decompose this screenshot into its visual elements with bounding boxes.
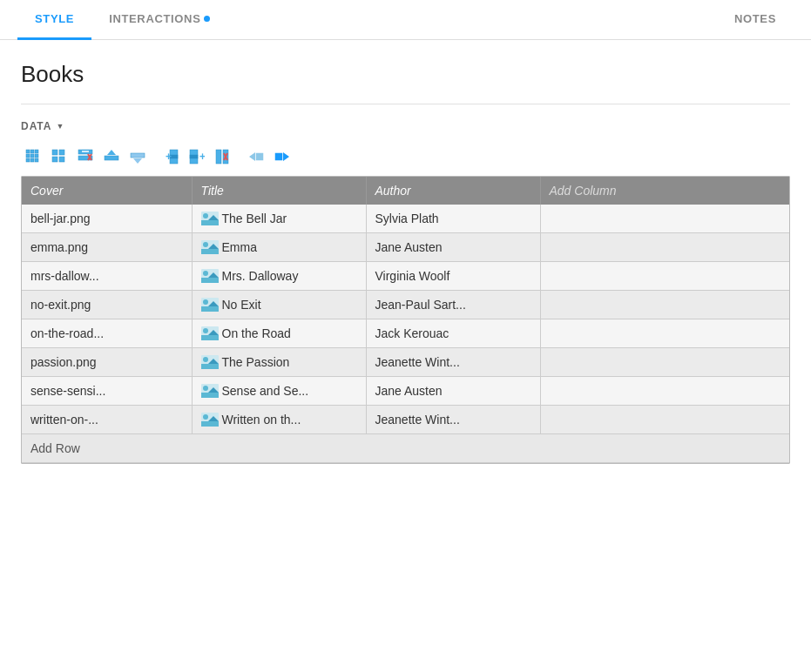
svg-rect-41 (201, 249, 219, 254)
table-row[interactable]: sense-sensi... Sense and Se...Jane Auste… (22, 377, 789, 406)
svg-rect-5 (35, 154, 38, 158)
add-row-button[interactable]: Add Row (22, 434, 789, 463)
cell-add-column (540, 348, 789, 377)
delete-cols-icon (215, 149, 231, 165)
image-icon (201, 240, 219, 254)
table-row[interactable]: written-on-... Written on th...Jeanette … (22, 406, 789, 434)
image-icon (201, 384, 219, 398)
cell-author: Jean-Paul Sart... (366, 291, 540, 319)
svg-rect-10 (59, 150, 64, 155)
cell-title: Emma (192, 233, 366, 262)
cell-cover: mrs-dallow... (22, 262, 192, 291)
data-toggle[interactable]: DATA ▼ (21, 120, 64, 132)
table-row[interactable]: mrs-dallow... Mrs. DallowayVirginia Wool… (22, 262, 789, 291)
table-row[interactable]: no-exit.png No ExitJean-Paul Sart... (22, 291, 789, 319)
svg-text:+: + (166, 151, 172, 163)
svg-rect-35 (275, 153, 282, 160)
toolbar-add-col-right[interactable]: + (185, 146, 209, 167)
data-toggle-arrow: ▼ (56, 122, 64, 131)
cell-title: The Bell Jar (192, 205, 366, 233)
cell-cover: on-the-road... (22, 319, 192, 348)
col-right-icon (274, 149, 290, 165)
add-col-right-icon: + (189, 149, 205, 165)
cell-cover: sense-sensi... (22, 377, 192, 406)
col-header-author[interactable]: Author (366, 177, 540, 205)
svg-rect-2 (35, 150, 38, 153)
svg-text:+: + (199, 151, 205, 163)
cell-author: Jack Kerouac (366, 319, 540, 348)
cell-author: Jeanette Wint... (366, 406, 540, 434)
col-left-icon (248, 149, 264, 165)
svg-rect-9 (52, 150, 57, 155)
tab-bar: STYLE INTERACTIONS NOTES (0, 0, 811, 40)
cell-author: Jane Austen (366, 233, 540, 262)
toolbar-col-right[interactable] (270, 146, 294, 167)
tab-notes[interactable]: NOTES (717, 0, 794, 40)
interactions-dot (204, 16, 210, 22)
svg-point-38 (203, 213, 208, 218)
svg-marker-34 (283, 152, 289, 161)
cell-cover: written-on-... (22, 406, 192, 434)
svg-rect-4 (30, 154, 34, 158)
svg-rect-3 (26, 154, 30, 158)
svg-point-42 (203, 242, 208, 247)
cell-cover: passion.png (22, 348, 192, 377)
table-row[interactable]: on-the-road... On the RoadJack Kerouac (22, 319, 789, 348)
svg-rect-12 (59, 157, 64, 162)
grid-medium-icon (51, 149, 67, 165)
svg-rect-7 (30, 158, 34, 162)
svg-rect-57 (201, 364, 219, 369)
col-header-add[interactable]: Add Column (540, 177, 789, 205)
toolbar-col-left[interactable] (244, 146, 268, 167)
cell-add-column (540, 205, 789, 233)
cell-title: No Exit (192, 291, 366, 319)
col-header-cover[interactable]: Cover (22, 177, 192, 205)
cell-cover: bell-jar.png (22, 205, 192, 233)
image-icon (201, 212, 219, 225)
svg-rect-61 (201, 393, 219, 398)
tab-interactions[interactable]: INTERACTIONS (91, 0, 227, 40)
toolbar-row-up[interactable] (99, 146, 124, 167)
cell-add-column (540, 406, 789, 434)
cell-author: Jane Austen (366, 377, 540, 406)
svg-rect-53 (201, 335, 219, 340)
toolbar-add-col-left[interactable]: + (159, 146, 183, 167)
table-row[interactable]: passion.png The PassionJeanette Wint... (22, 348, 789, 377)
toolbar: + + (21, 146, 790, 167)
svg-rect-37 (201, 220, 219, 225)
cell-author: Virginia Woolf (366, 262, 540, 291)
svg-point-58 (203, 357, 208, 362)
toolbar-grid-medium[interactable] (47, 146, 71, 167)
svg-marker-32 (249, 152, 255, 161)
tab-style[interactable]: STYLE (17, 0, 91, 40)
image-icon (201, 413, 219, 427)
table-row[interactable]: emma.png EmmaJane Austen (22, 233, 789, 262)
svg-point-62 (203, 386, 208, 391)
svg-rect-49 (201, 306, 219, 312)
image-icon (201, 355, 219, 369)
col-header-title[interactable]: Title (192, 177, 366, 205)
row-down-icon (130, 149, 145, 165)
toolbar-row-down[interactable] (125, 146, 150, 167)
add-row-label[interactable]: Add Row (22, 434, 789, 463)
grid-small-icon (25, 149, 41, 165)
row-up-icon (104, 149, 119, 165)
data-table-wrapper: Cover Title Author Add Column bell-jar.p… (21, 176, 790, 464)
cell-author: Sylvia Plath (366, 205, 540, 233)
add-col-left-icon: + (163, 149, 179, 165)
svg-rect-20 (131, 153, 145, 158)
image-icon (201, 269, 219, 283)
data-table: Cover Title Author Add Column bell-jar.p… (22, 177, 789, 463)
toolbar-delete-rows[interactable] (73, 146, 98, 167)
cell-cover: emma.png (22, 233, 192, 262)
svg-point-54 (203, 328, 208, 333)
toolbar-delete-cols[interactable] (211, 146, 235, 167)
image-icon (201, 326, 219, 340)
svg-rect-45 (201, 278, 219, 283)
svg-rect-26 (190, 155, 198, 158)
image-icon (201, 298, 219, 312)
toolbar-grid-small[interactable] (21, 146, 45, 167)
svg-point-50 (203, 299, 208, 305)
cell-add-column (540, 319, 789, 348)
table-row[interactable]: bell-jar.png The Bell JarSylvia Plath (22, 205, 789, 233)
